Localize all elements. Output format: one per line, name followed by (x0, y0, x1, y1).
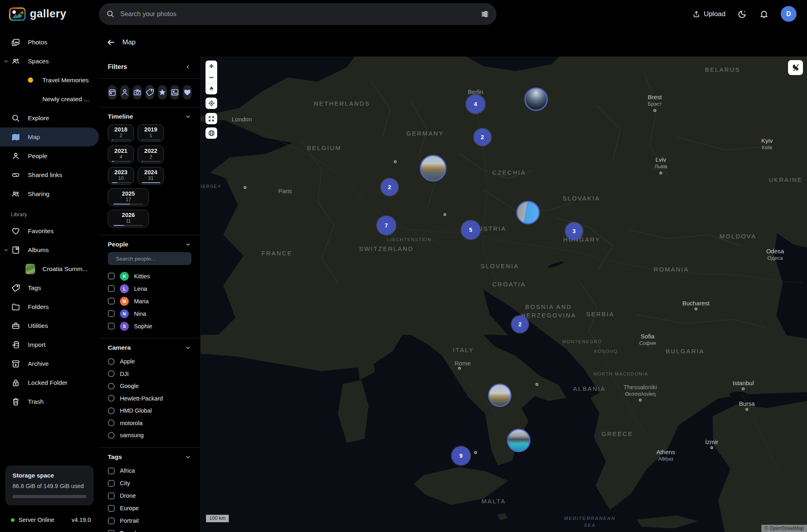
camera-option-apple[interactable]: Apple (108, 355, 191, 368)
timeline-year-2023[interactable]: 2023 10 (108, 167, 134, 185)
radio[interactable] (108, 407, 115, 414)
calendar-filter-chip[interactable] (108, 85, 117, 100)
sidebar-item-import[interactable]: Import (0, 335, 99, 354)
sidebar-item-shared-links[interactable]: Shared links (0, 165, 99, 184)
tag-option-africa[interactable]: Africa (108, 465, 191, 477)
filters-collapse-icon[interactable] (185, 64, 191, 70)
map-zoom-in-button[interactable]: + (205, 61, 217, 72)
checkbox[interactable] (108, 530, 115, 532)
map-attribution[interactable]: © OpenStreetMap (761, 525, 807, 532)
camera-option-samsung[interactable]: samsung (108, 429, 191, 442)
photo-cluster-marker[interactable]: 2 (511, 316, 528, 333)
map-compass-button[interactable] (205, 83, 217, 94)
checkbox[interactable] (108, 285, 115, 292)
checkbox[interactable] (108, 517, 115, 524)
notifications-bell-icon[interactable] (759, 9, 769, 19)
photo-cluster-marker[interactable]: 2 (381, 179, 398, 196)
timeline-year-2018[interactable]: 2018 2 (108, 124, 134, 142)
back-arrow-icon[interactable] (106, 38, 116, 47)
canal-photo-marker[interactable] (420, 155, 446, 182)
people-search-input[interactable] (116, 256, 187, 262)
camera-filter-chip[interactable] (133, 85, 142, 100)
person-filter-nina[interactable]: N Nina (108, 307, 191, 320)
checkbox[interactable] (108, 273, 115, 280)
search-bar[interactable] (99, 3, 497, 25)
app-brand[interactable]: gallery (0, 7, 99, 21)
tag-filter-chip[interactable] (145, 85, 154, 100)
chevron-down-icon[interactable] (3, 247, 9, 253)
sidebar-item-photos[interactable]: Photos (0, 33, 99, 52)
search-input[interactable] (120, 10, 475, 18)
tag-option-city[interactable]: City (108, 477, 191, 490)
sidebar-item-explore[interactable]: Explore (0, 108, 99, 127)
person-filter-sophie[interactable]: S Sophie (108, 320, 191, 332)
tag-option-travel[interactable]: Travel (108, 527, 191, 532)
image-filter-chip[interactable] (170, 85, 179, 100)
timeline-chevron-icon[interactable] (185, 113, 191, 120)
timeline-year-2019[interactable]: 2019 1 (138, 124, 164, 142)
checkbox[interactable] (108, 310, 115, 317)
timeline-year-2024[interactable]: 2024 31 (138, 167, 164, 185)
map-canvas[interactable]: BELARUSNETHERLANDSGERMANYBELGIUMJERSEYCZ… (201, 56, 807, 532)
cathedral-photo-marker[interactable] (516, 201, 540, 224)
map-fullscreen-button[interactable] (205, 113, 217, 124)
sidebar-item-tags[interactable]: Tags (0, 278, 99, 297)
radio[interactable] (108, 383, 115, 390)
camera-option-motorola[interactable]: motorola (108, 417, 191, 430)
tags-section-header[interactable]: Tags (108, 453, 191, 461)
sidebar-item-sharing[interactable]: Sharing (0, 184, 99, 203)
sidebar-item-map[interactable]: Map (0, 127, 99, 146)
sidebar-item-trash[interactable]: Trash (0, 392, 99, 411)
tag-option-portrait[interactable]: Portrait (108, 515, 191, 527)
radio[interactable] (108, 358, 115, 365)
photo-cluster-marker[interactable]: 4 (466, 95, 485, 113)
people-search[interactable] (108, 252, 191, 265)
photo-cluster-marker[interactable]: 7 (377, 216, 396, 235)
star-filter-chip[interactable] (158, 85, 167, 100)
sidebar-item-locked-folder[interactable]: Locked Folder (0, 373, 99, 392)
city-photo-marker[interactable] (488, 384, 511, 407)
search-filters-icon[interactable] (480, 10, 489, 19)
sidebar-item-spaces[interactable]: Spaces (0, 52, 99, 71)
tags-chevron-icon[interactable] (185, 454, 191, 460)
people-section-header[interactable]: People (108, 241, 191, 248)
sidebar-item-travel-memories[interactable]: Travel Memories (0, 71, 99, 90)
map-style-toggle-button[interactable] (788, 60, 803, 75)
timeline-year-2021[interactable]: 2021 4 (108, 146, 134, 163)
people-chevron-icon[interactable] (185, 241, 191, 248)
camera-option-dji[interactable]: DJI (108, 368, 191, 380)
sidebar-item-croatia-summ[interactable]: Croatia Summ... (0, 259, 99, 278)
photo-cluster-marker[interactable]: 9 (452, 446, 470, 465)
sidebar-item-utilities[interactable]: Utilities (0, 316, 99, 335)
photo-cluster-marker[interactable]: 5 (461, 221, 480, 239)
theme-toggle-icon[interactable] (738, 9, 747, 19)
checkbox[interactable] (108, 480, 115, 487)
timeline-year-2022[interactable]: 2022 2 (138, 146, 164, 163)
tag-option-drone[interactable]: Drone (108, 490, 191, 502)
person-filter-lena[interactable]: L Lena (108, 282, 191, 295)
sidebar-item-albums[interactable]: Albums (0, 240, 99, 259)
timeline-section-header[interactable]: Timeline (108, 113, 191, 120)
chevron-down-icon[interactable] (3, 58, 9, 64)
timeline-year-2026[interactable]: 2026 11 (108, 210, 149, 227)
user-avatar[interactable]: D (781, 6, 797, 22)
photo-cluster-marker[interactable]: 3 (566, 223, 583, 240)
tag-option-europe[interactable]: Europe (108, 502, 191, 515)
map-globe-button[interactable] (205, 127, 217, 139)
person-filter-maria[interactable]: M Maria (108, 295, 191, 307)
camera-chevron-icon[interactable] (185, 344, 191, 351)
radio[interactable] (108, 419, 115, 426)
sea-photo-marker[interactable] (507, 429, 530, 452)
heart-filter-chip[interactable] (183, 85, 192, 100)
camera-option-google[interactable]: Google (108, 380, 191, 392)
timeline-year-2025[interactable]: 2025 17 (108, 188, 149, 206)
stadium-photo-marker[interactable] (524, 88, 548, 111)
map-locate-button[interactable] (205, 98, 217, 109)
radio[interactable] (108, 370, 115, 377)
camera-option-hewlett-packard[interactable]: Hewlett-Packard (108, 392, 191, 405)
checkbox[interactable] (108, 505, 115, 512)
checkbox[interactable] (108, 298, 115, 305)
person-filter-chip[interactable] (120, 85, 129, 100)
sidebar-item-folders[interactable]: Folders (0, 297, 99, 316)
sidebar-item-favorites[interactable]: Favorites (0, 221, 99, 240)
